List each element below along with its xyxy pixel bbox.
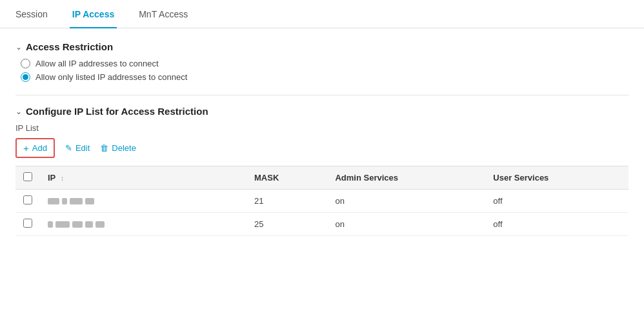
ip-block <box>48 221 53 228</box>
row1-checkbox-cell <box>15 190 40 213</box>
ip-list-section-header: ⌄ Configure IP List for Access Restricti… <box>15 106 629 117</box>
select-all-checkbox[interactable] <box>23 172 32 181</box>
delete-icon: 🗑 <box>100 143 108 153</box>
tab-session[interactable]: Session <box>13 0 50 28</box>
edit-icon: ✎ <box>65 143 72 153</box>
add-label: Add <box>32 143 47 153</box>
row1-mask: 21 <box>247 190 327 213</box>
col-admin-services: Admin Services <box>327 166 485 190</box>
main-content: ⌄ Access Restriction Allow all IP addres… <box>0 28 644 262</box>
radio-allow-listed-label: Allow only listed IP addresses to connec… <box>35 72 187 82</box>
ip-table: IP ↕ MASK Admin Services User Services <box>15 166 629 236</box>
ip-block <box>55 221 70 228</box>
ip-list-label: IP List <box>15 123 629 133</box>
ip-block <box>70 198 83 204</box>
ip-list-section: ⌄ Configure IP List for Access Restricti… <box>15 106 629 236</box>
ip-block <box>48 198 59 204</box>
access-restriction-chevron[interactable]: ⌄ <box>15 43 22 52</box>
tab-ip-access[interactable]: IP Access <box>70 0 117 28</box>
radio-allow-listed-input[interactable] <box>21 72 30 82</box>
delete-button[interactable]: 🗑 Delete <box>100 143 136 153</box>
tab-mnt-access[interactable]: MnT Access <box>136 0 190 28</box>
tab-bar: Session IP Access MnT Access <box>0 0 644 28</box>
row2-checkbox-cell <box>15 213 40 236</box>
row2-ip-addr <box>48 221 239 228</box>
row2-user-services: off <box>485 213 629 236</box>
table-row: 25 on off <box>15 213 629 236</box>
col-ip[interactable]: IP ↕ <box>40 166 247 190</box>
ip-block <box>72 221 83 228</box>
row1-admin-services: on <box>327 190 485 213</box>
row2-ip-cell <box>40 213 247 236</box>
sort-icon: ↕ <box>61 174 65 182</box>
table-row: 21 on off <box>15 190 629 213</box>
row2-mask: 25 <box>247 213 327 236</box>
radio-allow-all-input[interactable] <box>21 59 30 68</box>
plus-icon: + <box>23 143 29 154</box>
row1-checkbox[interactable] <box>23 195 32 204</box>
radio-allow-listed[interactable]: Allow only listed IP addresses to connec… <box>21 72 629 82</box>
col-ip-label: IP <box>48 173 55 183</box>
ip-list-section-title: Configure IP List for Access Restriction <box>26 106 208 117</box>
row1-ip-addr <box>48 198 239 204</box>
edit-label: Edit <box>75 143 90 153</box>
ip-block <box>85 221 93 228</box>
ip-block <box>85 198 94 204</box>
row1-user-services: off <box>485 190 629 213</box>
row2-admin-services: on <box>327 213 485 236</box>
section-divider <box>15 95 629 95</box>
ip-block <box>62 198 67 204</box>
ip-block <box>96 221 105 228</box>
col-checkbox <box>15 166 40 190</box>
ip-list-chevron[interactable]: ⌄ <box>15 107 22 116</box>
row2-checkbox[interactable] <box>23 219 32 228</box>
radio-allow-all-label: Allow all IP addresses to connect <box>35 59 159 68</box>
edit-button[interactable]: ✎ Edit <box>65 143 90 153</box>
access-restriction-title: Access Restriction <box>26 41 113 52</box>
delete-label: Delete <box>112 143 136 153</box>
access-restriction-header: ⌄ Access Restriction <box>15 41 629 52</box>
radio-allow-all[interactable]: Allow all IP addresses to connect <box>21 59 629 68</box>
add-button[interactable]: + Add <box>15 138 55 158</box>
ip-list-toolbar: + Add ✎ Edit 🗑 Delete <box>15 138 629 158</box>
access-restriction-options: Allow all IP addresses to connect Allow … <box>15 59 629 82</box>
table-header-row: IP ↕ MASK Admin Services User Services <box>15 166 629 190</box>
col-user-services: User Services <box>485 166 629 190</box>
col-mask: MASK <box>247 166 327 190</box>
access-restriction-section: ⌄ Access Restriction Allow all IP addres… <box>15 41 629 82</box>
row1-ip-cell <box>40 190 247 213</box>
